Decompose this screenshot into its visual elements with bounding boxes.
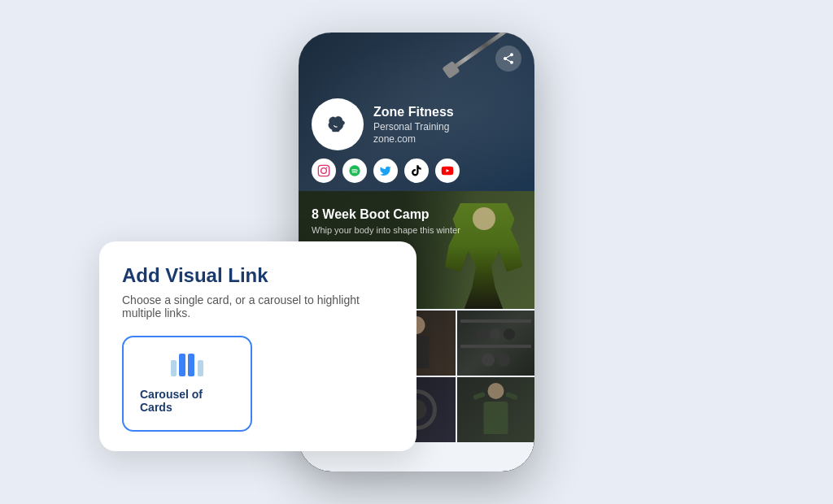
profile-info: Zone Fitness Personal Training zone.com bbox=[312, 98, 454, 150]
social-row bbox=[312, 159, 460, 183]
panel-title: Add Visual Link bbox=[122, 264, 394, 287]
carousel-icon bbox=[171, 354, 203, 380]
add-visual-panel: Add Visual Link Choose a single card, or… bbox=[99, 241, 416, 451]
svg-point-1 bbox=[321, 168, 327, 174]
tiktok-icon[interactable] bbox=[404, 159, 429, 183]
profile-header: Zone Fitness Personal Training zone.com bbox=[299, 33, 534, 191]
bootcamp-subtitle: Whip your body into shape this winter bbox=[312, 225, 460, 235]
svg-rect-7 bbox=[188, 354, 194, 376]
avatar bbox=[312, 98, 364, 150]
svg-point-2 bbox=[326, 167, 328, 169]
profile-subtitle: Personal Training bbox=[373, 121, 454, 133]
svg-rect-8 bbox=[198, 360, 203, 376]
carousel-label: Carousel of Cards bbox=[140, 388, 234, 414]
twitter-icon[interactable] bbox=[373, 159, 398, 183]
svg-rect-6 bbox=[179, 354, 185, 376]
carousel-of-cards-option[interactable]: Carousel of Cards bbox=[122, 336, 252, 432]
spotify-icon[interactable] bbox=[342, 159, 367, 183]
profile-url: zone.com bbox=[373, 133, 454, 145]
svg-rect-0 bbox=[318, 165, 329, 176]
panel-subtitle: Choose a single card, or a carousel to h… bbox=[122, 293, 394, 319]
bootcamp-title: 8 Week Boot Camp bbox=[312, 207, 460, 222]
photo-cell-3 bbox=[457, 311, 534, 376]
profile-text: Zone Fitness Personal Training zone.com bbox=[373, 105, 454, 145]
main-scene: Zone Fitness Personal Training zone.com bbox=[50, 20, 783, 484]
instagram-icon[interactable] bbox=[312, 159, 336, 183]
share-button[interactable] bbox=[495, 46, 521, 72]
profile-name: Zone Fitness bbox=[373, 105, 454, 119]
svg-rect-5 bbox=[171, 360, 177, 376]
youtube-icon[interactable] bbox=[435, 159, 460, 183]
photo-cell-6 bbox=[457, 377, 534, 442]
